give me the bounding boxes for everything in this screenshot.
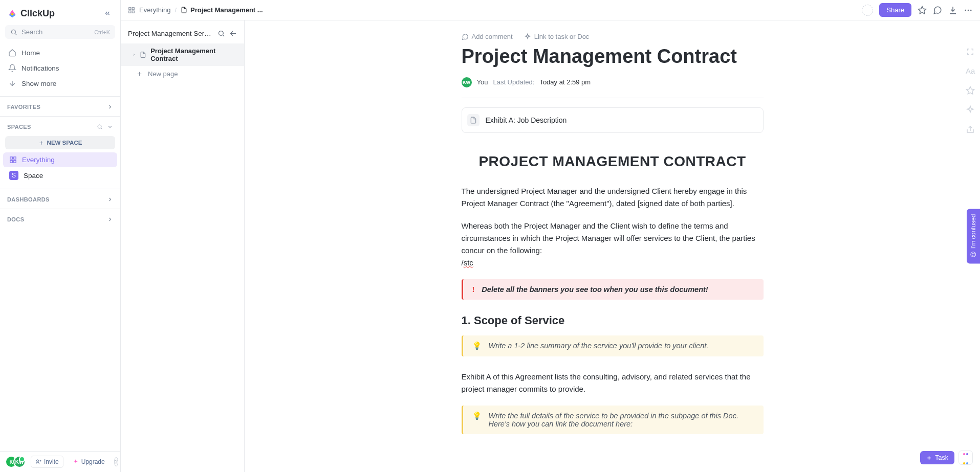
bulb-icon: 💡 bbox=[472, 342, 482, 350]
grid-icon bbox=[128, 7, 135, 14]
invite-button[interactable]: Invite bbox=[31, 456, 63, 468]
doc-icon bbox=[181, 7, 187, 13]
svg-rect-3 bbox=[14, 157, 16, 159]
logo[interactable]: ClickUp bbox=[7, 8, 55, 19]
section-dashboards-label: DASHBOARDS bbox=[7, 196, 50, 203]
expand-icon[interactable] bbox=[966, 47, 975, 56]
breadcrumb-separator: / bbox=[175, 6, 177, 14]
svg-point-12 bbox=[968, 9, 969, 11]
svg-point-6 bbox=[37, 460, 39, 462]
bulb-icon: 💡 bbox=[472, 412, 482, 420]
comment-icon[interactable] bbox=[933, 6, 942, 15]
nav-notifications[interactable]: Notifications bbox=[3, 60, 117, 76]
svg-rect-4 bbox=[10, 161, 12, 163]
search-icon[interactable] bbox=[217, 30, 225, 37]
breadcrumb: Everything / Project Management ... bbox=[128, 6, 263, 14]
warning-banner[interactable]: ! Delete all the banners you see too whe… bbox=[462, 279, 764, 300]
user-avatars[interactable]: K KW bbox=[5, 456, 26, 468]
plus-icon bbox=[136, 71, 143, 77]
space-everything-label: Everything bbox=[22, 156, 55, 164]
add-comment-action[interactable]: Add comment bbox=[462, 33, 513, 40]
doc-outline-panel: Project Management Services Co... Projec… bbox=[121, 20, 245, 472]
space-everything[interactable]: Everything bbox=[3, 152, 117, 167]
new-task-button[interactable]: Task bbox=[920, 451, 954, 464]
upgrade-label: Upgrade bbox=[81, 458, 105, 465]
paragraph[interactable]: Exhibit A of this Agreement lists the co… bbox=[462, 371, 764, 395]
plus-icon bbox=[926, 455, 932, 461]
subpage-link[interactable]: Exhibit A: Job Description bbox=[462, 107, 764, 133]
avatar: KW bbox=[13, 456, 26, 468]
section-dashboards[interactable]: DASHBOARDS bbox=[0, 189, 120, 206]
help-button[interactable]: ? bbox=[114, 457, 118, 466]
divider bbox=[462, 98, 764, 98]
space-item-label: Space bbox=[24, 172, 43, 179]
contract-heading[interactable]: PROJECT MANAGEMENT CONTRACT bbox=[462, 153, 764, 170]
sparkle-icon[interactable] bbox=[966, 105, 975, 115]
svg-point-0 bbox=[11, 30, 15, 34]
paragraph[interactable]: The undersigned Project Manager and the … bbox=[462, 185, 764, 210]
nav-show-more-label: Show more bbox=[21, 80, 56, 87]
search-shortcut: Ctrl+K bbox=[94, 29, 110, 35]
new-page-button[interactable]: New page bbox=[121, 66, 244, 82]
exclamation-icon: ! bbox=[472, 285, 475, 294]
chevron-right-icon bbox=[107, 216, 113, 222]
space-item[interactable]: S Space bbox=[3, 167, 117, 184]
paragraph[interactable]: Whereas both the Project Manager and the… bbox=[462, 220, 764, 269]
search-input[interactable]: Search Ctrl+K bbox=[5, 25, 115, 39]
im-confused-button[interactable]: ☹ I'm confused bbox=[967, 209, 980, 263]
section-spaces[interactable]: SPACES bbox=[0, 117, 120, 133]
grid-icon bbox=[9, 156, 17, 164]
section-favorites[interactable]: FAVORITES bbox=[0, 97, 120, 113]
author-name[interactable]: You bbox=[477, 78, 488, 86]
chevron-down-icon[interactable] bbox=[107, 124, 113, 130]
nav-home[interactable]: Home bbox=[3, 45, 117, 60]
svg-rect-7 bbox=[129, 7, 131, 9]
outline-title[interactable]: Project Management Services Co... bbox=[128, 30, 213, 37]
svg-point-1 bbox=[98, 125, 101, 128]
chevron-double-left-icon bbox=[104, 10, 111, 17]
assign-button[interactable] bbox=[862, 5, 873, 16]
star-icon[interactable] bbox=[918, 6, 927, 15]
breadcrumb-doc-label: Project Management ... bbox=[190, 6, 263, 14]
share-button[interactable]: Share bbox=[879, 3, 911, 17]
search-placeholder: Search bbox=[21, 28, 42, 36]
collapse-sidebar-button[interactable] bbox=[102, 8, 113, 19]
svg-rect-5 bbox=[14, 161, 16, 163]
author-avatar-icon: KW bbox=[462, 77, 472, 87]
download-icon[interactable] bbox=[948, 6, 957, 15]
breadcrumb-root[interactable]: Everything bbox=[139, 6, 170, 14]
link-task-action[interactable]: Link to task or Doc bbox=[524, 33, 590, 40]
svg-rect-2 bbox=[10, 157, 12, 159]
new-page-label: New page bbox=[148, 70, 178, 78]
document-byline: KW You Last Updated: Today at 2:59 pm bbox=[462, 77, 764, 87]
tip-banner[interactable]: 💡 Write the full details of the service … bbox=[462, 406, 764, 434]
tip-banner[interactable]: 💡 Write a 1-2 line summary of the servic… bbox=[462, 335, 764, 356]
outline-page-item[interactable]: Project Management Contract bbox=[121, 43, 244, 66]
breadcrumb-current[interactable]: Project Management ... bbox=[181, 6, 263, 14]
search-icon[interactable] bbox=[97, 124, 103, 130]
clickup-logo-icon bbox=[7, 8, 17, 18]
document-title[interactable]: Project Management Contract bbox=[462, 46, 764, 68]
typography-icon[interactable]: Aa bbox=[966, 66, 975, 76]
svg-point-11 bbox=[965, 9, 966, 11]
doc-icon bbox=[467, 114, 480, 126]
tip-banner-text: Write a 1-2 line summary of the service … bbox=[489, 342, 709, 350]
apps-button[interactable] bbox=[959, 451, 973, 465]
bookmark-icon[interactable] bbox=[966, 86, 975, 95]
plus-icon bbox=[38, 140, 44, 146]
new-space-button[interactable]: NEW SPACE bbox=[5, 136, 115, 149]
nav-show-more[interactable]: Show more bbox=[3, 76, 117, 91]
document-scroll-area[interactable]: Aa Add comment Link to task or Doc bbox=[245, 20, 980, 472]
section-heading[interactable]: 1. Scope of Service bbox=[462, 314, 764, 327]
more-icon[interactable] bbox=[964, 6, 973, 15]
slash-command-text[interactable]: /stc bbox=[462, 258, 473, 267]
collapse-icon[interactable] bbox=[229, 30, 237, 37]
logo-text: ClickUp bbox=[20, 8, 55, 19]
new-space-label: NEW SPACE bbox=[47, 140, 82, 146]
upgrade-button[interactable]: Upgrade bbox=[69, 456, 109, 467]
updated-value: Today at 2:59 pm bbox=[539, 78, 591, 86]
share-icon[interactable] bbox=[966, 125, 975, 134]
section-docs[interactable]: DOCS bbox=[0, 209, 120, 226]
apps-grid-icon bbox=[963, 448, 969, 467]
sparkle-icon bbox=[73, 459, 79, 465]
